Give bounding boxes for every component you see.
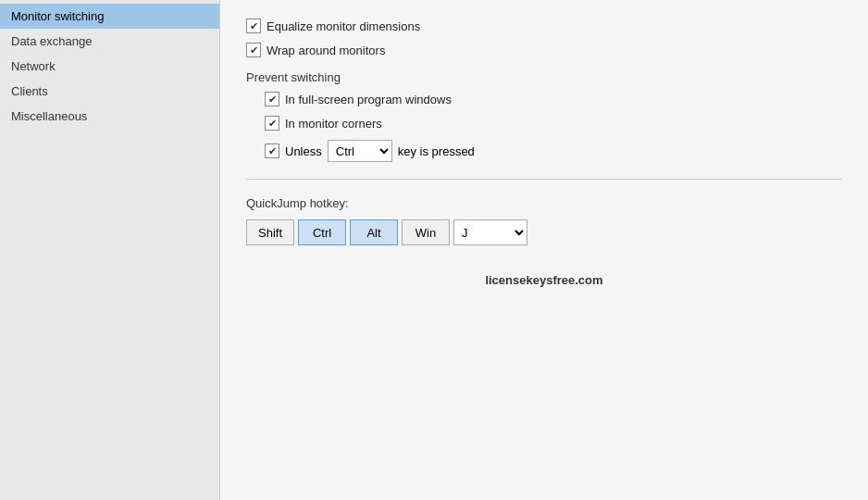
key-dropdown[interactable]: JABCDEFGHIKLMNOPQRSTUVWXYZ bbox=[453, 219, 527, 245]
sub-checkbox-0[interactable] bbox=[265, 92, 279, 106]
unless-checkbox[interactable] bbox=[265, 144, 279, 158]
sidebar-item-network[interactable]: Network bbox=[0, 54, 219, 79]
main-content: Equalize monitor dimensionsWrap around m… bbox=[220, 0, 868, 500]
sub-checkbox-1[interactable] bbox=[265, 116, 279, 131]
watermark: licensekeysfree.com bbox=[246, 273, 842, 287]
hotkey-btn-win[interactable]: Win bbox=[402, 219, 450, 245]
hotkey-btn-shift[interactable]: Shift bbox=[246, 219, 294, 245]
sub-option-label-1: In monitor corners bbox=[285, 117, 382, 131]
sidebar-item-data-exchange[interactable]: Data exchange bbox=[0, 29, 219, 54]
hotkey-btn-ctrl[interactable]: Ctrl bbox=[298, 219, 346, 245]
sidebar: Monitor switchingData exchangeNetworkCli… bbox=[0, 0, 220, 500]
option-row-1: Wrap around monitors bbox=[246, 43, 842, 57]
sidebar-item-clients[interactable]: Clients bbox=[0, 79, 219, 104]
divider bbox=[246, 179, 842, 180]
checkbox-1[interactable] bbox=[246, 43, 261, 57]
option-row-0: Equalize monitor dimensions bbox=[246, 19, 842, 33]
unless-row: UnlessCtrlAltShiftWinkey is pressed bbox=[265, 140, 842, 162]
hotkey-row: ShiftCtrlAltWinJABCDEFGHIKLMNOPQRSTUVWXY… bbox=[246, 219, 842, 245]
hotkey-btn-alt[interactable]: Alt bbox=[350, 219, 398, 245]
option-label-1: Wrap around monitors bbox=[267, 44, 385, 57]
sub-option-row-0: In full-screen program windows bbox=[265, 92, 842, 106]
key-select[interactable]: CtrlAltShiftWin bbox=[328, 140, 392, 162]
quickjump-label: QuickJump hotkey: bbox=[246, 196, 842, 210]
unless-label: Unless bbox=[285, 144, 322, 158]
unless-suffix: key is pressed bbox=[398, 144, 475, 158]
option-label-0: Equalize monitor dimensions bbox=[267, 19, 420, 33]
prevent-switching-label: Prevent switching bbox=[246, 70, 842, 84]
sidebar-item-miscellaneous[interactable]: Miscellaneous bbox=[0, 104, 219, 129]
sub-option-row-1: In monitor corners bbox=[265, 116, 842, 131]
sub-option-label-0: In full-screen program windows bbox=[285, 93, 452, 106]
sidebar-item-monitor-switching[interactable]: Monitor switching bbox=[0, 4, 219, 29]
checkbox-0[interactable] bbox=[246, 19, 261, 33]
